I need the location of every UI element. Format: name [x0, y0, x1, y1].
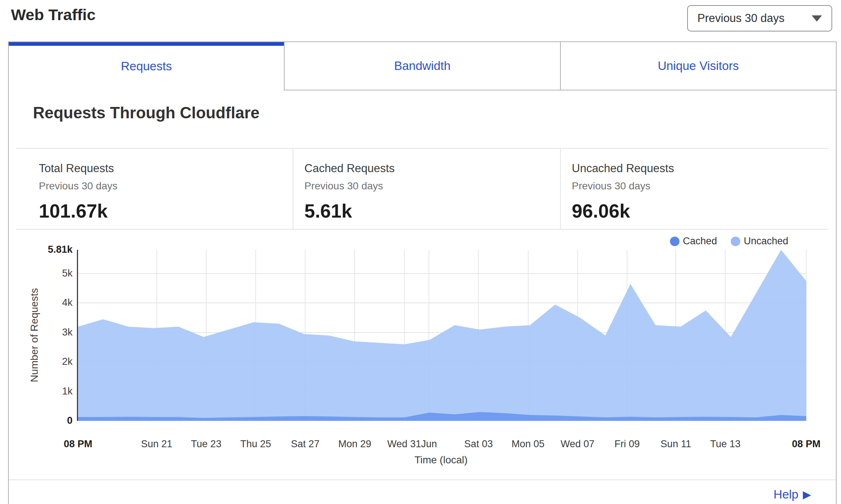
- date-range-value: Previous 30 days: [697, 12, 785, 25]
- stat-cached-requests: Cached Requests Previous 30 days 5.61k: [293, 149, 560, 229]
- web-traffic-panel: Requests Bandwidth Unique Visitors Reque…: [8, 41, 837, 504]
- legend-label: Uncached: [744, 236, 788, 247]
- stat-total-requests: Total Requests Previous 30 days 101.67k: [9, 149, 293, 229]
- x-tick-label: Fri 09: [614, 438, 640, 450]
- legend-label: Cached: [683, 236, 717, 247]
- y-tick-label: 5k: [25, 268, 73, 279]
- plot-area[interactable]: [77, 250, 806, 421]
- panel-footer: Help ▶: [9, 479, 836, 504]
- legend-dot-icon: [731, 237, 740, 246]
- y-tick-label: 0: [25, 415, 73, 426]
- stat-value: 101.67k: [39, 200, 293, 222]
- stat-label: Total Requests: [39, 162, 293, 175]
- page-title: Web Traffic: [11, 6, 96, 24]
- stat-value: 5.61k: [304, 200, 560, 222]
- stat-label: Cached Requests: [304, 162, 560, 175]
- requests-chart: CachedUncached Number of Requests 5.81k5…: [9, 230, 836, 479]
- chart-legend: CachedUncached: [670, 236, 788, 247]
- chevron-down-icon: [812, 15, 822, 22]
- stat-period: Previous 30 days: [304, 180, 560, 192]
- stat-uncached-requests: Uncached Requests Previous 30 days 96.06…: [560, 149, 836, 229]
- tab-bar: Requests Bandwidth Unique Visitors: [9, 42, 836, 90]
- x-tick-label: 08 PM: [64, 438, 92, 450]
- y-tick-label: 4k: [25, 297, 73, 308]
- x-tick-label: Mon 29: [338, 438, 371, 450]
- legend-dot-icon: [670, 237, 679, 246]
- x-tick-label: Jun: [421, 438, 437, 450]
- x-axis-title: Time (local): [414, 454, 467, 466]
- y-tick-label: 5.81k: [25, 244, 73, 255]
- x-tick-label: Sun 21: [141, 438, 173, 450]
- help-arrow-icon: ▶: [803, 488, 811, 501]
- x-tick-label: Tue 13: [710, 438, 741, 450]
- x-tick-label: Thu 25: [240, 438, 271, 450]
- legend-item-cached[interactable]: Cached: [670, 236, 717, 247]
- legend-item-uncached[interactable]: Uncached: [731, 236, 788, 247]
- x-tick-label: Wed 07: [560, 438, 594, 450]
- help-link-label: Help: [774, 488, 799, 501]
- x-tick-label: 08 PM: [792, 438, 820, 450]
- tab-unique-visitors[interactable]: Unique Visitors: [560, 42, 836, 90]
- tab-bandwidth-label: Bandwidth: [394, 59, 451, 73]
- y-tick-label: 2k: [25, 356, 73, 367]
- tab-requests-label: Requests: [121, 59, 172, 73]
- stat-period: Previous 30 days: [572, 180, 836, 192]
- tab-unique-visitors-label: Unique Visitors: [658, 59, 739, 73]
- x-tick-label: Sun 11: [660, 438, 691, 450]
- y-tick-label: 3k: [25, 327, 73, 338]
- stat-label: Uncached Requests: [572, 162, 836, 175]
- x-tick-label: Wed 31: [387, 438, 421, 450]
- date-range-selector[interactable]: Previous 30 days: [687, 5, 832, 32]
- tab-bandwidth[interactable]: Bandwidth: [284, 42, 560, 90]
- x-tick-label: Sat 27: [291, 438, 319, 450]
- x-tick-label: Tue 23: [191, 438, 221, 450]
- help-link[interactable]: Help ▶: [774, 488, 811, 501]
- uncached-area-series: [78, 250, 806, 421]
- x-tick-label: Mon 05: [512, 438, 545, 450]
- panel-heading: Requests Through Cloudflare: [33, 104, 836, 122]
- y-tick-label: 1k: [25, 386, 73, 397]
- x-tick-label: Sat 03: [464, 438, 493, 450]
- stat-period: Previous 30 days: [39, 180, 293, 192]
- stats-row: Total Requests Previous 30 days 101.67k …: [9, 149, 836, 229]
- tab-requests[interactable]: Requests: [9, 42, 284, 90]
- stat-value: 96.06k: [572, 200, 836, 222]
